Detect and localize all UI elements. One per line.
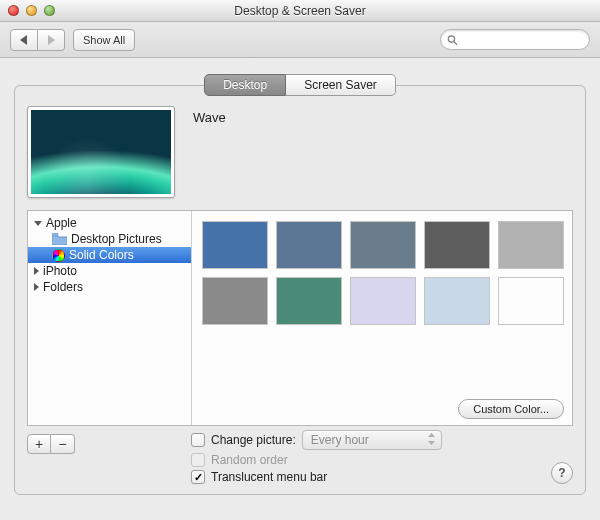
translucent-menubar-label: Translucent menu bar (211, 470, 327, 484)
popup-arrows-icon (428, 433, 435, 448)
titlebar: Desktop & Screen Saver (0, 0, 600, 22)
sidebar-label: Desktop Pictures (71, 232, 162, 246)
disclosure-open-icon (34, 221, 42, 226)
svg-marker-6 (428, 441, 435, 445)
search-field[interactable] (440, 29, 590, 50)
swatch[interactable] (498, 221, 564, 269)
swatch[interactable] (276, 221, 342, 269)
swatch[interactable] (424, 221, 490, 269)
source-sidebar: Apple Desktop Pictures (28, 211, 192, 425)
show-all-button[interactable]: Show All (73, 29, 135, 51)
search-input[interactable] (462, 33, 581, 47)
swatch[interactable] (202, 221, 268, 269)
sidebar-item-apple[interactable]: Apple (28, 215, 191, 231)
forward-icon (47, 35, 55, 45)
swatch[interactable] (350, 221, 416, 269)
sidebar-label: iPhoto (43, 264, 77, 278)
custom-color-button[interactable]: Custom Color... (458, 399, 564, 419)
swatch[interactable] (276, 277, 342, 325)
change-interval-value: Every hour (311, 433, 369, 447)
add-folder-button[interactable]: + (27, 434, 51, 454)
zoom-icon[interactable] (44, 5, 55, 16)
change-picture-label: Change picture: (211, 433, 296, 447)
sidebar-label: Folders (43, 280, 83, 294)
tab-screensaver[interactable]: Screen Saver (286, 74, 396, 96)
wave-thumbnail-image (31, 110, 171, 194)
window-title: Desktop & Screen Saver (0, 4, 600, 18)
search-icon (447, 34, 458, 46)
translucent-menubar-checkbox[interactable] (191, 470, 205, 484)
sidebar-item-iphoto[interactable]: iPhoto (28, 263, 191, 279)
minimize-icon[interactable] (26, 5, 37, 16)
random-order-checkbox (191, 453, 205, 467)
forward-button[interactable] (38, 29, 65, 51)
swatch[interactable] (424, 277, 490, 325)
svg-marker-1 (48, 35, 55, 45)
disclosure-closed-icon (34, 283, 39, 291)
disclosure-closed-icon (34, 267, 39, 275)
window-controls (0, 5, 55, 16)
remove-folder-button[interactable]: − (51, 434, 75, 454)
change-interval-popup[interactable]: Every hour (302, 430, 442, 450)
desktop-panel: Wave Apple (14, 85, 586, 495)
swatch[interactable] (350, 277, 416, 325)
tabs: Desktop Screen Saver (204, 74, 396, 96)
current-desktop-name: Wave (193, 106, 226, 125)
sidebar-item-folders[interactable]: Folders (28, 279, 191, 295)
swatch[interactable] (498, 277, 564, 325)
help-button[interactable]: ? (551, 462, 573, 484)
tab-desktop[interactable]: Desktop (204, 74, 286, 96)
svg-marker-5 (428, 433, 435, 437)
current-desktop-thumbnail (27, 106, 175, 198)
swatches-pane: Custom Color... (192, 211, 572, 425)
back-icon (20, 35, 28, 45)
toolbar: Show All (0, 22, 600, 58)
random-order-label: Random order (211, 453, 288, 467)
close-icon[interactable] (8, 5, 19, 16)
picker: Apple Desktop Pictures (27, 210, 573, 426)
sidebar-label: Apple (46, 216, 77, 230)
svg-marker-0 (20, 35, 27, 45)
svg-line-3 (454, 41, 457, 44)
back-button[interactable] (10, 29, 38, 51)
change-picture-checkbox[interactable] (191, 433, 205, 447)
folder-icon (52, 233, 67, 245)
sidebar-item-desktop-pictures[interactable]: Desktop Pictures (28, 231, 191, 247)
svg-point-2 (448, 36, 454, 42)
nav-buttons (10, 29, 65, 51)
swatch[interactable] (202, 277, 268, 325)
svg-rect-4 (52, 233, 58, 236)
add-remove-buttons: + − (27, 434, 75, 454)
sidebar-label: Solid Colors (69, 248, 134, 262)
rainbow-icon (52, 249, 65, 262)
swatch-grid (202, 221, 564, 325)
sidebar-item-solid-colors[interactable]: Solid Colors (28, 247, 191, 263)
